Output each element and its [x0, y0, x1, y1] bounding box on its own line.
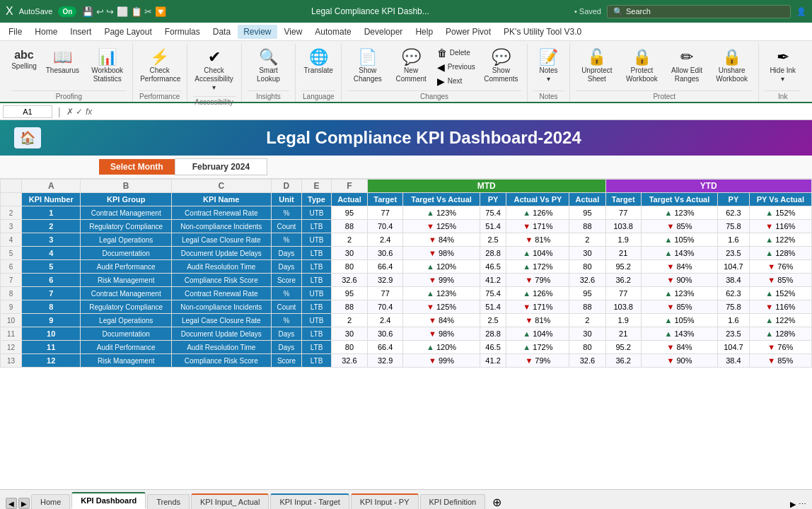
menu-power-pivot[interactable]: Power Pivot	[440, 25, 497, 39]
check-perf-label: Check Performance	[140, 66, 179, 83]
ribbon-group-insights: 🔍 Smart Lookup Insights	[242, 44, 296, 102]
search-box[interactable]: 🔍 Search	[607, 5, 791, 18]
new-comment-button[interactable]: 💬 New Comment	[390, 47, 431, 86]
table-row: 6 5 Audit Performance Audit Resolution T…	[1, 260, 812, 274]
mtd-py-cell: 28.8	[480, 247, 506, 260]
previous-comment-button[interactable]: ◀ Previous	[434, 61, 478, 74]
tab-kpi-dashboard[interactable]: KPI Dashboard	[71, 492, 146, 509]
menu-developer[interactable]: Developer	[359, 25, 409, 39]
month-value: February 2024	[175, 158, 267, 175]
ytd-pyva-cell: ▼ 76%	[749, 341, 811, 354]
menu-page-layout[interactable]: Page Layout	[98, 25, 157, 39]
mtd-actual-cell: 30	[331, 247, 367, 260]
formula-input[interactable]	[95, 106, 809, 117]
ytd-py-cell: 62.3	[718, 206, 750, 220]
mtd-actual-cell: 2	[331, 233, 367, 247]
ytd-pyva-cell: ▼ 116%	[749, 220, 811, 233]
ytd-target-cell: 77	[605, 206, 641, 220]
menu-data[interactable]: Data	[207, 25, 236, 39]
home-icon: 🏠	[14, 127, 41, 148]
mtd-actual-cell: 2	[331, 314, 367, 327]
table-row: 5 4 Documentation Document Update Delays…	[1, 247, 812, 260]
allow-edit-button[interactable]: ✏ Allow Edit Ranges	[666, 47, 708, 86]
show-changes-button[interactable]: 📄 Show Changes	[347, 47, 388, 86]
delete-label: Delete	[450, 49, 470, 57]
check-access-label: Check Accessibility ▾	[195, 66, 233, 92]
tab-settings[interactable]: ⋯	[799, 500, 806, 509]
mtd-py-cell: 51.4	[480, 300, 506, 314]
unit-cell: Days	[271, 327, 302, 341]
header-ytd-py: PY	[718, 193, 750, 206]
cell-reference-input[interactable]: A1	[3, 105, 52, 118]
menu-formulas[interactable]: Formulas	[159, 25, 206, 39]
kpi-name-cell: Contract Renewal Rate	[171, 287, 271, 300]
menu-pk-utility[interactable]: PK's Utility Tool V3.0	[498, 25, 587, 39]
kpi-group-cell: Audit Performance	[81, 341, 171, 354]
tab-kpi-input-target[interactable]: KPI Input - Target	[270, 493, 349, 509]
menu-help[interactable]: Help	[410, 25, 439, 39]
ytd-target-cell: 1.9	[605, 314, 641, 327]
smart-lookup-button[interactable]: 🔍 Smart Lookup	[248, 47, 290, 86]
menu-automate[interactable]: Automate	[309, 25, 356, 39]
kpi-number-cell: 1	[22, 206, 81, 220]
filename-label: Legal Compliance KPI Dashb...	[172, 6, 569, 16]
mtd-tva-cell: ▼ 99%	[403, 274, 480, 287]
new-comment-label: New Comment	[395, 66, 427, 83]
protect-workbook-button[interactable]: 🔒 Protect Workbook	[621, 47, 663, 86]
kpi-number-cell: 9	[22, 314, 81, 327]
ytd-actual-cell: 32.6	[569, 354, 605, 368]
ribbon-group-notes: 📝 Notes ▾ Notes	[528, 44, 570, 102]
row-number: 10	[1, 314, 22, 327]
spelling-button[interactable]: abc Spelling	[8, 47, 40, 74]
tab-kpi-input-actual[interactable]: KPI Input_ Actual	[191, 493, 269, 509]
tab-trends[interactable]: Trends	[147, 494, 190, 509]
table-row: 4 3 Legal Operations Legal Case Closure …	[1, 233, 812, 247]
kpi-name-cell: Document Update Delays	[171, 327, 271, 341]
delete-comment-button[interactable]: 🗑 Delete	[434, 47, 478, 59]
tab-kpi-input-py[interactable]: KPI Input - PY	[351, 493, 419, 509]
header-ytd-tva: Target Vs Actual	[641, 193, 717, 206]
menu-home[interactable]: Home	[29, 25, 63, 39]
menu-insert[interactable]: Insert	[64, 25, 97, 39]
mtd-avspy-cell: ▲ 172%	[506, 341, 569, 354]
next-comment-button[interactable]: ▶ Next	[434, 75, 478, 88]
ytd-target-cell: 95.2	[605, 260, 641, 274]
type-cell: LTB	[302, 354, 332, 368]
menu-file[interactable]: File	[3, 25, 28, 39]
check-performance-button[interactable]: ⚡ Check Performance	[136, 47, 183, 86]
ytd-py-cell: 1.6	[718, 314, 750, 327]
type-cell: LTB	[302, 274, 332, 287]
check-accessibility-button[interactable]: ✔ Check Accessibility ▾	[190, 47, 237, 95]
mtd-avspy-cell: ▼ 79%	[506, 354, 569, 368]
menu-review[interactable]: Review	[238, 25, 277, 39]
hide-ink-label: Hide Ink ▾	[769, 66, 796, 83]
translate-button[interactable]: 🌐 Translate	[300, 47, 337, 78]
col-f: F	[331, 180, 367, 193]
spreadsheet: A B C D E F MTD YTD KPI Number KPI Group…	[0, 179, 812, 477]
ytd-tva-cell: ▲ 123%	[641, 206, 717, 220]
unprotect-sheet-button[interactable]: 🔓 Unprotect Sheet	[576, 47, 618, 86]
autosave-toggle[interactable]: On	[58, 6, 76, 17]
unshare-workbook-button[interactable]: 🔒 Unshare Workbook	[711, 47, 753, 86]
tab-scroll-right[interactable]: ▶	[790, 500, 796, 509]
add-sheet-button[interactable]: ⊕	[492, 496, 501, 509]
tab-nav-prev[interactable]: ◀	[6, 498, 17, 509]
tab-kpi-definition[interactable]: KPI Definition	[420, 494, 486, 509]
thesaurus-button[interactable]: 📖 Thesaurus	[42, 47, 82, 78]
row-number: 6	[1, 260, 22, 274]
unprotect-icon: 🔓	[587, 49, 606, 65]
tab-nav-next[interactable]: ▶	[18, 498, 30, 509]
menu-view[interactable]: View	[279, 25, 308, 39]
hide-ink-button[interactable]: ✒ Hide Ink ▾	[765, 47, 801, 86]
user-icon: 👤	[796, 7, 806, 16]
notes-button[interactable]: 📝 Notes ▾	[533, 47, 564, 86]
ytd-tva-cell: ▲ 143%	[641, 327, 717, 341]
kpi-group-cell: Contract Management	[81, 287, 171, 300]
tab-home[interactable]: Home	[31, 494, 70, 509]
header-unit: Unit	[271, 193, 302, 206]
kpi-number-cell: 6	[22, 274, 81, 287]
workbook-stats-button[interactable]: 📊 Workbook Statistics	[85, 47, 129, 86]
col-header-rownum	[1, 180, 22, 193]
header-kpi-number: KPI Number	[22, 193, 81, 206]
show-comments-button[interactable]: 💬 Show Comments	[481, 47, 521, 86]
